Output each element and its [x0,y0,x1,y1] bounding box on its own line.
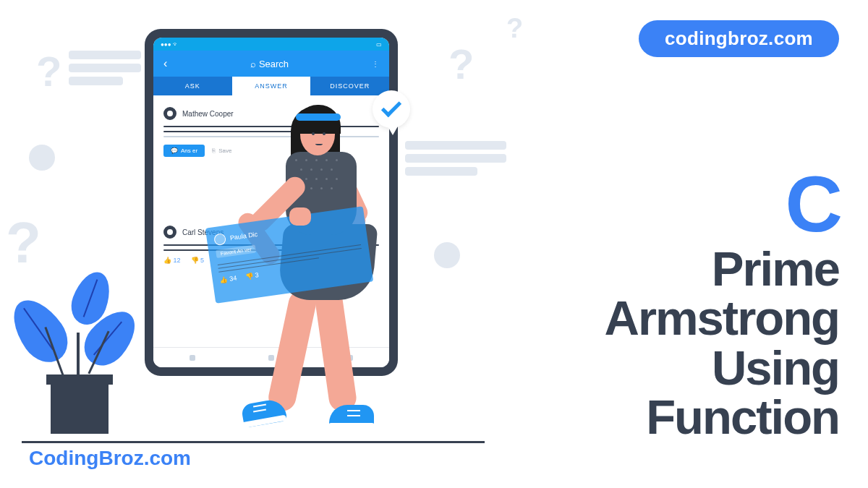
heading-line: Prime [605,246,839,292]
dislike-count: 👎 3 [244,271,259,280]
bg-avatar-icon [29,145,55,171]
brand-badge: codingbroz.com [639,20,839,57]
tab-discover[interactable]: DISCOVER [310,77,389,95]
bookmark-icon: ⎘ [212,147,216,154]
chat-icon: 💬 [171,147,178,154]
thumbs-down-icon: 👎 [191,257,199,264]
speech-bubble [373,90,410,128]
status-bar: ●●● ᯤ ▭ [153,38,389,51]
like-count: 👍 34 [219,274,237,283]
thumbs-down-icon: 👎 [244,272,253,280]
bg-question-mark: ? [36,47,61,95]
main-heading: C Prime Armstrong Using Function [605,166,839,440]
avatar-icon [213,233,226,246]
battery-icon: ▭ [376,41,382,48]
tab-ask[interactable]: ASK [153,77,232,95]
bg-question-mark: ? [448,40,474,88]
tab-bar: ASK ANSWER DISCOVER [153,77,389,95]
bg-chat-line [69,51,141,59]
person-illustration: Paula Dic Favorit An ver 👍 34 👎 3 [246,98,463,437]
floor-line [22,441,485,443]
like-count[interactable]: 👍 12 [163,257,181,264]
bg-chat-line [69,77,123,85]
save-button[interactable]: ⎘Save [212,147,231,154]
bg-chat-line [69,64,141,72]
avatar-icon [163,107,176,120]
back-icon[interactable]: ‹ [163,57,167,70]
heading-line: Using [605,345,839,391]
card-username: Paula Dic [229,231,258,241]
card-tag: Favorit An ver [216,244,256,258]
avatar-icon [163,226,176,239]
thumbs-up-icon: 👍 [219,275,228,283]
menu-dots-icon[interactable]: ⋮ [372,60,379,68]
tab-answer[interactable]: ANSWER [232,77,311,95]
signal-icon: ●●● ᯤ [161,41,179,48]
answer-button[interactable]: 💬Ans er [163,145,205,157]
heading-line: Armstrong [605,295,839,341]
thumbs-up-icon: 👍 [163,257,171,264]
search-input[interactable]: ⌕ Search [176,59,363,69]
nav-item[interactable] [190,355,195,361]
search-icon: ⌕ [250,59,256,69]
checkmark-icon [381,97,401,117]
credit-text: CodingBroz.com [29,447,191,470]
username: Mathew Cooper [182,110,234,118]
dislike-count[interactable]: 👎 5 [191,257,205,264]
heading-letter-c: C [605,166,839,242]
heading-line: Function [605,394,839,440]
search-bar[interactable]: ‹ ⌕ Search ⋮ [153,51,389,77]
bg-question-mark: ? [506,13,523,44]
bg-question-mark: ? [6,210,41,276]
